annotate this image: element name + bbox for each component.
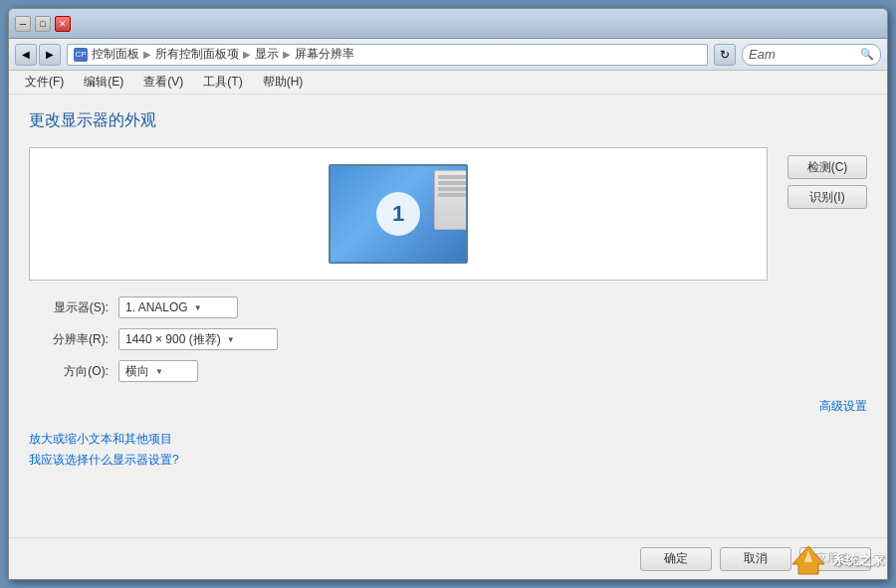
mini-line-3 (438, 187, 468, 191)
preview-buttons: 检测(C) 识别(I) (787, 147, 867, 209)
watermark-icon (790, 544, 826, 576)
path-part-4: 屏幕分辨率 (295, 46, 354, 63)
resolution-label: 分辨率(R): (29, 331, 109, 348)
title-bar-left: ─ □ ✕ (15, 16, 71, 32)
monitor-preview-box: 1 (29, 147, 768, 281)
display-row: 显示器(S): 1. ANALOG ▼ (29, 296, 867, 318)
menu-help[interactable]: 帮助(H) (255, 72, 312, 93)
menu-edit[interactable]: 编辑(E) (76, 72, 131, 93)
cancel-button[interactable]: 取消 (720, 547, 791, 571)
search-box[interactable]: Eam 🔍 (742, 44, 881, 66)
maximize-button[interactable]: □ (35, 16, 51, 32)
refresh-button[interactable]: ↻ (714, 44, 736, 66)
enlarge-text-link[interactable]: 放大或缩小文本和其他项目 (29, 431, 867, 448)
resolution-value: 1440 × 900 (推荐) (125, 331, 221, 348)
monitor-preview: 1 (329, 164, 468, 264)
orientation-dropdown-arrow: ▼ (155, 367, 163, 376)
display-select[interactable]: 1. ANALOG ▼ (118, 296, 238, 318)
close-button[interactable]: ✕ (55, 16, 71, 32)
orientation-select[interactable]: 横向 ▼ (118, 360, 198, 382)
menu-bar: 文件(F) 编辑(E) 查看(V) 工具(T) 帮助(H) (9, 71, 887, 95)
monitor-screen: 1 (329, 164, 468, 264)
display-label: 显示器(S): (29, 299, 109, 316)
minimize-button[interactable]: ─ (15, 16, 31, 32)
settings-section: 显示器(S): 1. ANALOG ▼ 分辨率(R): 1440 × 900 (… (29, 296, 867, 382)
main-window: ─ □ ✕ ◀ ▶ CP 控制面板 ▶ 所有控制面板项 ▶ 显示 ▶ 屏幕分辨率… (8, 8, 888, 580)
path-part-3: 显示 (255, 46, 279, 63)
resolution-dropdown-arrow: ▼ (227, 335, 235, 344)
advanced-link-container: 高级设置 (29, 398, 867, 415)
orientation-row: 方向(O): 横向 ▼ (29, 360, 867, 382)
advanced-settings-link[interactable]: 高级设置 (819, 399, 867, 413)
main-content: 更改显示器的外观 1 检测(C) (9, 95, 887, 537)
address-bar: ◀ ▶ CP 控制面板 ▶ 所有控制面板项 ▶ 显示 ▶ 屏幕分辨率 ↻ Eam… (9, 39, 887, 71)
monitor-number: 1 (376, 192, 420, 236)
back-button[interactable]: ◀ (15, 44, 37, 66)
path-sep-3: ▶ (283, 49, 291, 60)
display-area: 1 检测(C) 识别(I) (29, 147, 867, 281)
path-sep-2: ▶ (243, 49, 251, 60)
address-icon: CP (74, 48, 88, 62)
bottom-bar: 确定 取消 应用(A) (9, 537, 887, 579)
path-sep-1: ▶ (143, 49, 151, 60)
orientation-label: 方向(O): (29, 363, 109, 380)
forward-button[interactable]: ▶ (39, 44, 61, 66)
nav-buttons: ◀ ▶ (15, 44, 61, 66)
menu-tools[interactable]: 工具(T) (195, 72, 250, 93)
search-icon: 🔍 (860, 48, 874, 61)
links-section: 放大或缩小文本和其他项目 我应该选择什么显示器设置? (29, 431, 867, 469)
detect-button[interactable]: 检测(C) (787, 155, 867, 179)
title-bar: ─ □ ✕ (9, 9, 887, 39)
display-dropdown-arrow: ▼ (194, 303, 202, 312)
mini-line-1 (438, 175, 468, 179)
resolution-row: 分辨率(R): 1440 × 900 (推荐) ▼ (29, 328, 867, 350)
mini-line-4 (438, 193, 468, 197)
watermark: 系统之家 (790, 544, 884, 576)
identify-button[interactable]: 识别(I) (787, 185, 867, 209)
page-title: 更改显示器的外观 (29, 110, 867, 131)
monitor-overlay (434, 170, 468, 230)
watermark-text: 系统之家 (832, 551, 884, 569)
path-part-2: 所有控制面板项 (155, 46, 239, 63)
display-value: 1. ANALOG (125, 300, 188, 314)
ok-button[interactable]: 确定 (640, 547, 712, 571)
resolution-select[interactable]: 1440 × 900 (推荐) ▼ (118, 328, 278, 350)
path-part-1: 控制面板 (92, 46, 139, 63)
orientation-value: 横向 (125, 363, 149, 380)
menu-file[interactable]: 文件(F) (17, 72, 72, 93)
address-path[interactable]: CP 控制面板 ▶ 所有控制面板项 ▶ 显示 ▶ 屏幕分辨率 (67, 44, 708, 66)
eam-text: Eam (749, 47, 776, 62)
mini-line-2 (438, 181, 468, 185)
display-settings-help-link[interactable]: 我应该选择什么显示器设置? (29, 452, 867, 469)
menu-view[interactable]: 查看(V) (135, 72, 191, 93)
